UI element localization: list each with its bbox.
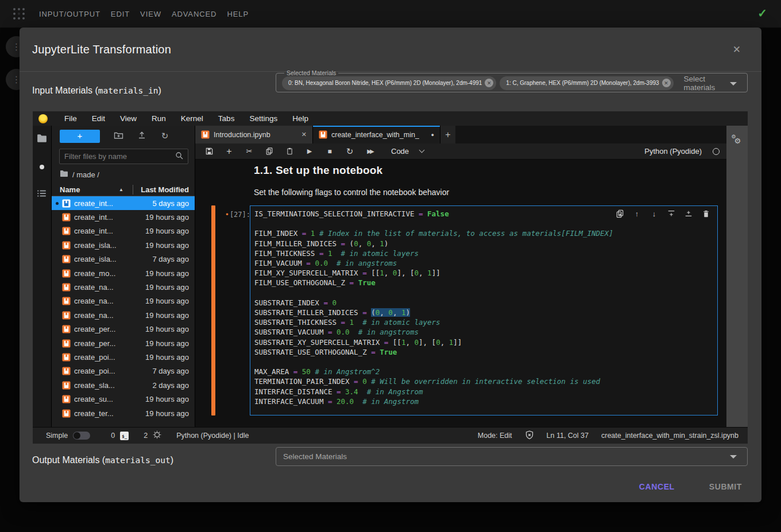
running-sessions-tab-icon[interactable] — [40, 165, 44, 169]
move-cell-down-icon[interactable]: ↓ — [649, 209, 659, 218]
material-chips: 0: BN, Hexagonal Boron Nitride, HEX (P6/… — [282, 76, 674, 90]
chip-remove-icon[interactable]: ✕ — [662, 79, 671, 87]
paste-cells-icon[interactable] — [285, 147, 294, 156]
restart-kernel-icon[interactable]: ↻ — [345, 146, 354, 157]
file-row[interactable]: create_na...19 hours ago — [52, 280, 195, 294]
file-row[interactable]: create_isla...19 hours ago — [52, 238, 195, 252]
simple-mode-toggle[interactable] — [73, 432, 90, 440]
new-folder-icon[interactable] — [114, 131, 123, 142]
chevron-down-icon[interactable] — [730, 455, 737, 459]
chevron-down-icon[interactable] — [730, 82, 737, 86]
file-row[interactable]: create_ter...19 hours ago — [52, 406, 195, 420]
insert-cell-above-icon[interactable] — [667, 209, 676, 218]
appbar-menu-input-output[interactable]: INPUT/OUTPUT — [39, 10, 100, 18]
tab-create-interface-with-min[interactable]: create_interface_with_min_ ● — [313, 126, 440, 143]
save-icon[interactable] — [204, 147, 214, 156]
code-line: TERMINATION_PAIR_INDEX = 0 # Will be ove… — [254, 376, 717, 386]
appbar-menu-edit[interactable]: EDIT — [111, 10, 130, 18]
jl-menu-settings[interactable]: Settings — [242, 114, 285, 123]
kernel-status-icon[interactable] — [713, 148, 720, 155]
cursor-position[interactable]: Ln 11, Col 37 — [547, 432, 589, 440]
restart-run-all-icon[interactable]: ▶▶ — [365, 148, 374, 154]
stop-kernel-icon[interactable]: ■ — [325, 147, 334, 156]
run-cell-icon[interactable]: ▶ — [305, 147, 314, 155]
insert-cell-below-icon[interactable] — [684, 209, 693, 218]
table-of-contents-tab-icon[interactable] — [37, 189, 47, 200]
jl-menu-edit[interactable]: Edit — [84, 114, 113, 123]
tab-introduction-ipynb[interactable]: Introduction.ipynb ✕ — [195, 126, 313, 143]
code-line: FILM_XY_SUPERCELL_MATRIX = [[1, 0], [0, … — [254, 268, 717, 278]
sort-ascending-icon: ▲ — [119, 187, 123, 192]
notebook-file-icon — [62, 311, 71, 320]
file-browser-tab-icon[interactable] — [37, 134, 47, 145]
accessibility-shield-icon[interactable] — [525, 430, 534, 441]
column-name[interactable]: Name▲ — [52, 185, 133, 194]
kernel-count[interactable]: 2 — [144, 432, 148, 440]
cut-cells-icon[interactable]: ✂ — [245, 147, 254, 156]
code-line — [254, 288, 717, 298]
kernel-name-button[interactable]: Python (Pyodide) — [644, 147, 702, 156]
file-modified: 19 hours ago — [127, 339, 195, 348]
appbar-menu-view[interactable]: VIEW — [140, 10, 161, 18]
new-launcher-button[interactable]: + — [60, 130, 100, 143]
jl-menu-file[interactable]: File — [57, 114, 84, 123]
output-materials-row: Output Materials (materials_out) Selecte… — [20, 446, 761, 474]
file-row[interactable]: create_per...19 hours ago — [52, 336, 195, 350]
cell-type-dropdown[interactable]: Code — [391, 147, 409, 156]
appbar-menu-advanced[interactable]: ADVANCED — [172, 10, 216, 18]
jl-menu-run[interactable]: Run — [144, 114, 173, 123]
file-row[interactable]: create_poi...7 days ago — [52, 364, 195, 378]
jl-menu-kernel[interactable]: Kernel — [173, 114, 211, 123]
refresh-file-list-icon[interactable]: ↻ — [160, 131, 169, 141]
terminal-count[interactable]: 0 — [111, 432, 115, 440]
cell-collapser[interactable] — [211, 205, 215, 415]
settings-gears-icon[interactable]: ⚙⚙ — [731, 134, 744, 146]
dialog-right-gutter: ⚙⚙ — [726, 126, 748, 427]
chevron-down-icon[interactable] — [419, 147, 425, 153]
material-chip[interactable]: 0: BN, Hexagonal Boron Nitride, HEX (P6/… — [282, 76, 496, 90]
upload-icon[interactable] — [137, 130, 146, 142]
jl-menu-help[interactable]: Help — [285, 114, 316, 123]
file-row[interactable]: create_poi...19 hours ago — [52, 350, 195, 364]
chip-remove-icon[interactable]: ✕ — [485, 79, 493, 87]
duplicate-cell-icon[interactable] — [615, 209, 624, 218]
file-row[interactable]: create_mo...19 hours ago — [52, 266, 195, 280]
file-row[interactable]: create_isla...7 days ago — [52, 253, 195, 266]
jl-menu-tabs[interactable]: Tabs — [211, 114, 242, 123]
file-row[interactable]: create_int...5 days ago — [52, 196, 195, 210]
file-row[interactable]: create_su...19 hours ago — [52, 392, 195, 406]
selected-materials-field[interactable]: Selected Materials 0: BN, Hexagonal Boro… — [276, 69, 748, 92]
code-cell: •[27]: IS_TERMINATIONS_SELECTION_INTERAC… — [195, 205, 726, 419]
filter-files-input[interactable] — [64, 152, 175, 161]
column-last-modified[interactable]: Last Modified — [133, 185, 195, 194]
material-chip[interactable]: 1: C, Graphene, HEX (P6/mmm) 2D (Monolay… — [500, 76, 673, 90]
jl-menu-view[interactable]: View — [113, 114, 144, 123]
delete-cell-icon[interactable] — [701, 209, 710, 218]
output-materials-select[interactable]: Selected Materials — [276, 447, 748, 466]
file-row[interactable]: create_na...19 hours ago — [52, 308, 195, 322]
tab-close-icon[interactable]: ✕ — [301, 131, 307, 138]
file-row[interactable]: create_int...19 hours ago — [52, 224, 195, 238]
file-row[interactable]: create_int...19 hours ago — [52, 210, 195, 224]
insert-cell-icon[interactable]: + — [225, 146, 234, 157]
kernel-status-text[interactable]: Python (Pyodide) | Idle — [176, 432, 249, 440]
submit-button[interactable]: SUBMIT — [703, 477, 748, 496]
cancel-button[interactable]: CANCEL — [633, 477, 681, 496]
code-editor[interactable]: IS_TERMINATIONS_SELECTION_INTERACTIVE = … — [250, 205, 718, 415]
file-row[interactable]: create_sla...2 days ago — [52, 378, 195, 392]
new-tab-button[interactable]: + — [440, 126, 455, 143]
notebook-file-icon — [62, 339, 71, 348]
move-cell-up-icon[interactable]: ↑ — [632, 209, 641, 218]
app-launcher-icon[interactable] — [13, 7, 25, 20]
appbar-menu-help[interactable]: HELP — [227, 10, 249, 18]
markdown-cell[interactable]: 1.1. Set up the notebook Set the followi… — [254, 164, 726, 197]
breadcrumb[interactable]: / made / — [52, 168, 195, 183]
notebook-file-icon — [62, 395, 71, 403]
file-row[interactable]: create_per...19 hours ago — [52, 323, 195, 336]
cell-execution-prompt: •[27]: — [216, 211, 250, 219]
activity-bar — [33, 126, 52, 427]
file-modified: 2 days ago — [127, 381, 195, 390]
copy-cells-icon[interactable] — [265, 147, 274, 156]
close-icon[interactable]: ✕ — [733, 44, 741, 56]
file-row[interactable]: create_na...19 hours ago — [52, 294, 195, 308]
